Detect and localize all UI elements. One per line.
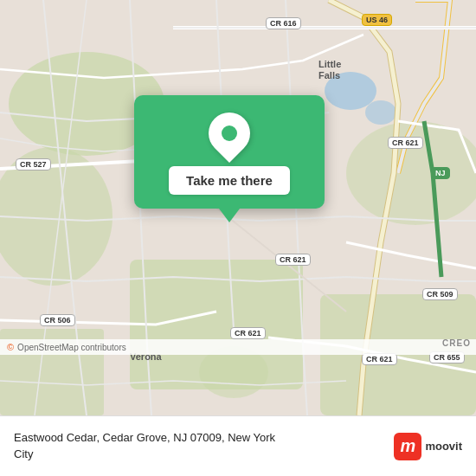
take-me-there-button[interactable]: Take me there [169,166,290,195]
road-badge-cr506: CR 506 [40,314,75,326]
pin-inner-dot [222,125,237,141]
address-line: Eastwood Cedar, Cedar Grove, NJ 07009, N… [14,431,275,444]
moovit-text: moovit [425,440,462,453]
moovit-logo: m moovit [394,433,462,460]
creo-watermark: CREO [442,338,471,348]
attribution-text: OpenStreetMap contributors [17,343,126,352]
road-badge-cr621c: CR 621 [230,327,266,339]
road-badge-cr621a: CR 621 [388,137,423,149]
moovit-m-icon: m [394,433,421,460]
road-badge-cr509: CR 509 [422,288,458,300]
road-badge-cr527: CR 527 [16,158,51,170]
road-badge-us46: US 46 [362,14,392,26]
bottom-bar: Eastwood Cedar, Cedar Grove, NJ 07009, N… [0,415,476,476]
location-pin [200,104,259,163]
popup-card: Take me there [134,95,325,209]
road-badge-cr621d: CR 621 [362,353,397,365]
osm-symbol: © [7,342,14,352]
road-badge-nj: NJ [431,167,450,179]
place-label-little-falls: LittleFalls [318,59,341,81]
attribution-bar: © OpenStreetMap contributors [0,339,476,355]
svg-point-9 [365,100,396,125]
road-badge-cr616: CR 616 [266,17,301,29]
address-line2: City [14,447,33,460]
address-text: Eastwood Cedar, Cedar Grove, NJ 07009, N… [14,430,394,461]
road-badge-cr621b: CR 621 [275,254,311,266]
map-container: CR 616 US 46 CR 621 CR 527 CR 621 CR 621… [0,0,476,415]
